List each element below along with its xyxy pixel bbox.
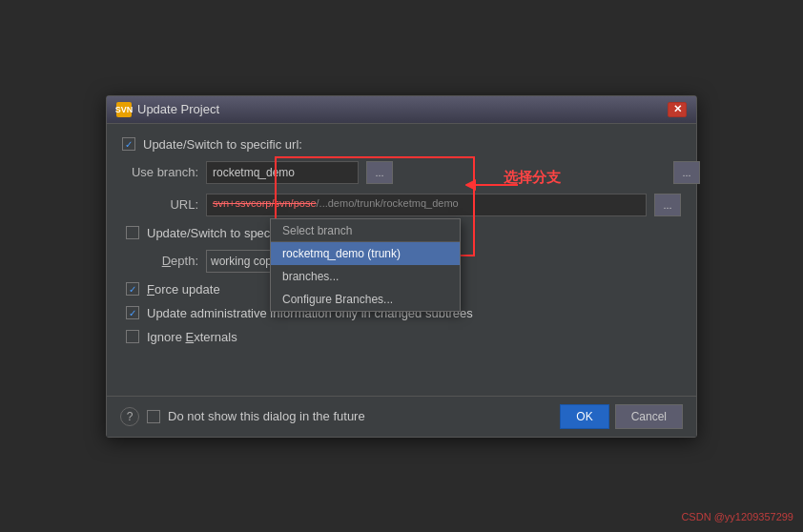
chinese-annotation: 选择分支 xyxy=(504,169,561,187)
annotation-area: 选择分支 xyxy=(504,169,561,187)
spacer xyxy=(122,354,681,382)
app-icon: SVN xyxy=(116,102,132,117)
revision-checkbox[interactable] xyxy=(126,226,139,239)
dropdown-item-configure[interactable]: Configure Branches... xyxy=(271,288,460,311)
title-bar-left: SVN Update Project xyxy=(116,102,219,117)
footer-left: ? Do not show this dialog in the future xyxy=(120,407,365,426)
title-bar: SVN Update Project ✕ xyxy=(107,96,696,124)
dropdown-header: Select branch xyxy=(271,219,460,242)
branch-extra-button[interactable]: ... xyxy=(673,161,700,184)
dont-show-checkbox[interactable] xyxy=(147,410,160,423)
branch-row: Use branch: ... Select branch rocketmq_d… xyxy=(122,161,681,184)
depth-label: Depth: xyxy=(122,254,198,268)
dialog-title: Update Project xyxy=(137,102,219,116)
ignore-externals-checkbox[interactable] xyxy=(126,330,139,343)
footer-right: OK Cancel xyxy=(560,404,683,429)
url-label: URL: xyxy=(122,197,198,212)
url-browse-button[interactable]: ... xyxy=(654,194,681,216)
force-update-label: Force update xyxy=(147,282,220,297)
branch-select-button[interactable]: ... xyxy=(366,161,393,184)
annotation-arrow xyxy=(465,175,523,194)
dropdown-item-branches[interactable]: branches... xyxy=(271,265,460,288)
dialog-body: Update/Switch to specific url: Use branc… xyxy=(107,124,696,396)
cancel-button[interactable]: Cancel xyxy=(615,404,683,429)
branch-dropdown-menu: Select branch rocketmq_demo (trunk) bran… xyxy=(270,218,461,312)
ignore-externals-row: Ignore Externals xyxy=(122,330,681,344)
url-row: URL: svn+ssvcorp/svn/pose/...demo/trunk/… xyxy=(122,194,681,216)
force-update-checkbox[interactable] xyxy=(126,282,139,296)
update-project-dialog: SVN Update Project ✕ Update/Switch to sp… xyxy=(106,95,697,438)
branch-label: Use branch: xyxy=(122,165,198,179)
close-button[interactable]: ✕ xyxy=(668,102,687,117)
ignore-externals-label: Ignore Externals xyxy=(147,330,237,344)
url-input[interactable]: svn+ssvcorp/svn/pose/...demo/trunk/rocke… xyxy=(206,194,647,216)
watermark: CSDN @yy1209357299 xyxy=(681,511,793,522)
dropdown-item-trunk[interactable]: rocketmq_demo (trunk) xyxy=(271,242,460,265)
update-switch-checkbox[interactable] xyxy=(122,137,135,151)
update-switch-label: Update/Switch to specific url: xyxy=(143,137,302,152)
depth-value: working copy xyxy=(211,255,278,268)
help-button[interactable]: ? xyxy=(120,407,139,426)
dialog-footer: ? Do not show this dialog in the future … xyxy=(107,396,696,437)
branch-input[interactable] xyxy=(206,161,359,184)
dont-show-label: Do not show this dialog in the future xyxy=(168,409,365,423)
admin-info-checkbox[interactable] xyxy=(126,306,139,319)
ok-button[interactable]: OK xyxy=(560,404,608,429)
header-checkbox-row: Update/Switch to specific url: xyxy=(122,137,681,152)
